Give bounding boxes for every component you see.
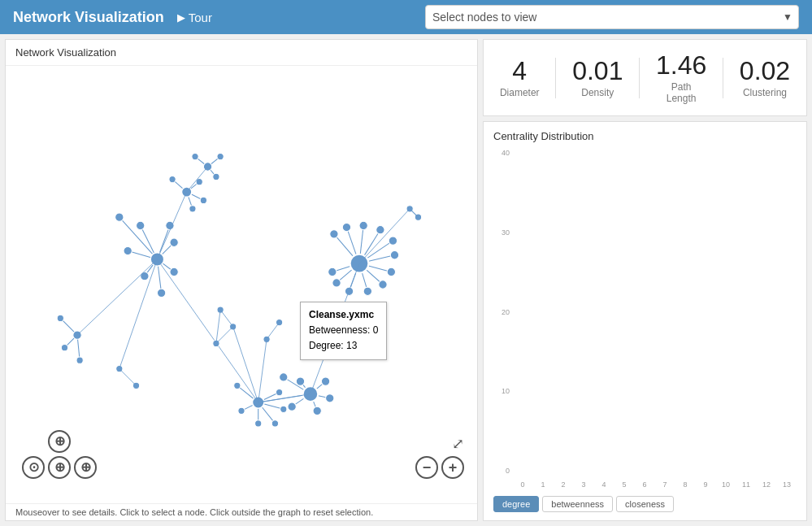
x-label-9: 9 — [696, 478, 715, 491]
density-value: 0.01 — [572, 57, 623, 85]
pan-down-button[interactable]: ⊕ — [48, 456, 71, 479]
svg-line-49 — [157, 259, 258, 402]
leaf-node[interactable] — [137, 221, 145, 229]
svg-line-47 — [157, 192, 186, 259]
svg-line-46 — [77, 259, 157, 335]
graph-area[interactable]: Cleanse.yxmc Betweenness: 0 Degree: 13 ⊕… — [6, 66, 477, 503]
selected-node-cleanse[interactable] — [303, 386, 319, 402]
leaf-node[interactable] — [363, 287, 371, 295]
degree-button[interactable]: degree — [493, 496, 539, 512]
zoom-controls: − + — [415, 456, 464, 479]
leaf-node[interactable] — [57, 315, 63, 321]
leaf-node[interactable] — [115, 213, 124, 221]
leaf-node[interactable] — [280, 406, 287, 412]
leaf-node[interactable] — [342, 223, 350, 231]
pan-right-button[interactable]: ⊕ — [74, 456, 97, 479]
pan-left-button[interactable]: ⊙ — [22, 456, 45, 479]
leaf-node[interactable] — [213, 173, 219, 180]
svg-line-52 — [119, 369, 137, 386]
leaf-node[interactable] — [313, 406, 321, 415]
app-title: Network Visualization — [13, 9, 164, 26]
leaf-node[interactable] — [328, 267, 337, 276]
leaf-node[interactable] — [387, 267, 395, 276]
stat-diameter: 4 Diameter — [500, 57, 540, 98]
leaf-node[interactable] — [288, 402, 296, 411]
svg-line-26 — [359, 209, 410, 263]
chart-title: Centrality Distribution — [493, 130, 797, 142]
leaf-node[interactable] — [234, 382, 241, 389]
leaf-node[interactable] — [170, 267, 178, 276]
tooltip-degree: Degree: 13 — [309, 338, 378, 354]
leaf-node[interactable] — [326, 394, 334, 402]
betweenness-button[interactable]: betweenness — [542, 496, 613, 512]
y-label-0: 0 — [506, 467, 510, 475]
expand-button[interactable]: ⤢ — [452, 435, 464, 453]
x-label-11: 11 — [736, 478, 756, 491]
tour-button[interactable]: ▶ Tour — [177, 11, 212, 24]
svg-line-58 — [267, 323, 280, 340]
leaf-node[interactable] — [389, 237, 397, 245]
x-label-4: 4 — [594, 478, 614, 491]
leaf-node[interactable] — [280, 373, 288, 381]
select-nodes-dropdown[interactable]: Select nodes to view — [425, 5, 799, 29]
svg-line-55 — [220, 310, 233, 327]
x-label-10: 10 — [716, 478, 736, 491]
leaf-node[interactable] — [276, 389, 282, 395]
stats-card: 4 Diameter 0.01 Density 1.46 Path Length… — [483, 39, 807, 116]
leaf-node[interactable] — [321, 377, 329, 385]
closeness-button[interactable]: closeness — [616, 496, 674, 512]
svg-line-25 — [410, 209, 418, 217]
density-label: Density — [581, 87, 614, 98]
leaf-node[interactable] — [192, 153, 198, 159]
stat-density: 0.01 Density — [572, 57, 623, 98]
zoom-in-button[interactable]: ⊕ — [48, 430, 71, 453]
y-label-40: 40 — [502, 149, 510, 157]
leaf-node[interactable] — [166, 221, 174, 229]
leaf-node[interactable] — [379, 280, 387, 289]
y-label-30: 30 — [502, 228, 510, 237]
leaf-node[interactable] — [200, 197, 206, 203]
header: Network Visualization ▶ Tour Select node… — [0, 0, 812, 34]
leaf-node[interactable] — [255, 420, 262, 427]
play-icon: ▶ — [177, 11, 185, 24]
x-label-8: 8 — [675, 478, 695, 491]
leaf-node[interactable] — [271, 420, 278, 427]
leaf-node[interactable] — [141, 272, 149, 280]
leaf-node[interactable] — [170, 238, 178, 246]
x-label-3: 3 — [574, 478, 593, 491]
stat-clustering: 0.02 Clustering — [740, 57, 790, 98]
y-axis: 40 30 20 10 0 — [493, 149, 513, 491]
leaf-node[interactable] — [189, 206, 196, 212]
leaf-node[interactable] — [330, 230, 338, 238]
svg-line-56 — [216, 310, 220, 343]
leaf-node[interactable] — [390, 251, 398, 259]
svg-line-57 — [233, 327, 258, 402]
leaf-node[interactable] — [376, 226, 384, 234]
status-bar: Mouseover to see details. Click to selec… — [6, 503, 477, 520]
main-layout: Network Visualization — [0, 34, 812, 526]
leaf-node[interactable] — [238, 407, 245, 414]
diameter-label: Diameter — [500, 87, 540, 98]
stat-divider-2 — [639, 58, 640, 98]
leaf-node[interactable] — [76, 357, 83, 363]
zoom-in-button-2[interactable]: + — [441, 456, 464, 479]
x-label-5: 5 — [614, 478, 634, 491]
x-label-12: 12 — [757, 478, 776, 491]
controls-right: ⤢ − + — [415, 435, 464, 479]
path-length-value: 1.46 — [656, 51, 706, 80]
y-label-10: 10 — [502, 387, 510, 395]
leaf-node[interactable] — [61, 345, 67, 351]
zoom-out-button[interactable]: − — [415, 456, 438, 479]
bars-container: 0 1 2 3 4 5 6 7 8 9 10 11 12 — [513, 149, 797, 491]
leaf-node[interactable] — [124, 246, 132, 254]
leaf-node[interactable] — [157, 289, 165, 297]
x-label-7: 7 — [655, 478, 675, 491]
stat-path-length: 1.46 Path Length — [656, 51, 706, 104]
leaf-node[interactable] — [296, 377, 304, 385]
leaf-node[interactable] — [217, 153, 224, 159]
leaf-node[interactable] — [332, 279, 341, 287]
x-label-2: 2 — [554, 478, 573, 491]
leaf-node[interactable] — [169, 176, 176, 182]
svg-line-53 — [119, 259, 158, 369]
leaf-node[interactable] — [359, 221, 367, 229]
